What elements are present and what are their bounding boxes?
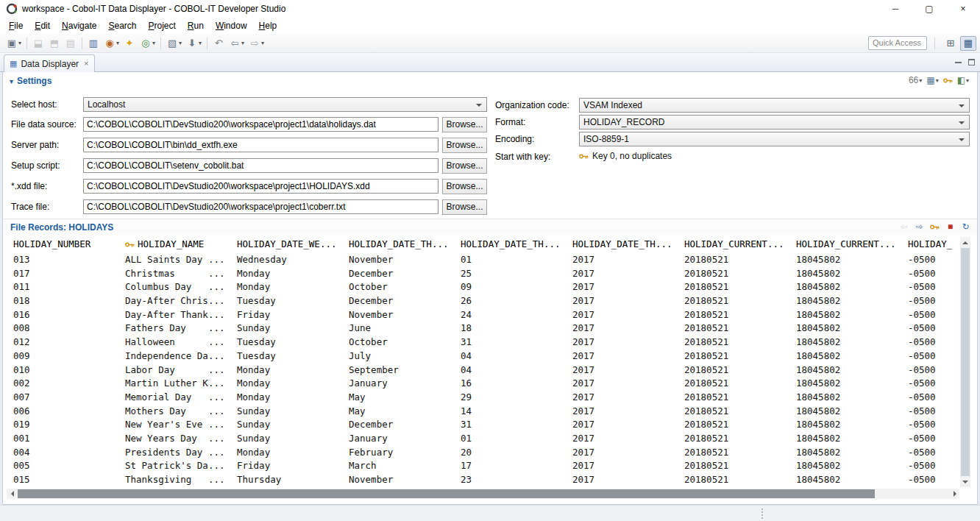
scroll-up-button[interactable]	[960, 237, 970, 247]
record-row[interactable]: 001New Years Day ...SundayJanuary0120172…	[10, 432, 961, 446]
maximize-button[interactable]: ▢	[912, 0, 946, 18]
format-combo[interactable]: HOLIDAY_RECORD	[579, 115, 970, 130]
quick-access-box[interactable]: Quick Access	[868, 36, 927, 50]
record-row[interactable]: 015Thanksgiving ...ThursdayNovember23201…	[10, 473, 961, 487]
encoding-combo[interactable]: ISO-8859-1	[579, 132, 970, 146]
column-header[interactable]: HOLIDAY_DATE_TH...	[458, 237, 569, 252]
menu-search[interactable]: Search	[102, 18, 142, 34]
horizontal-scrollbar[interactable]	[7, 489, 959, 499]
dropdown-arrow-icon[interactable]: ▾	[116, 40, 119, 46]
file-data-source-input[interactable]	[83, 117, 438, 132]
record-row[interactable]: 005St Patrick's Da...FridayMarch17201720…	[10, 459, 961, 473]
run-tools-button[interactable]: ◎▾	[138, 35, 157, 52]
new-cobol-project-button[interactable]: ▧▾	[165, 35, 183, 52]
server-path-input[interactable]	[83, 138, 438, 152]
record-row[interactable]: 008Fathers Day ...SundayJune182017201805…	[10, 322, 961, 336]
column-header[interactable]: HOLIDAY_DATE_TH...	[346, 237, 458, 252]
column-header[interactable]: HOLIDAY_CURRENT...	[793, 237, 905, 252]
new-wizard-button[interactable]: ▣▾	[4, 35, 23, 52]
record-row[interactable]: 007Memorial Day ...MondayMay292017201805…	[10, 391, 961, 405]
save-button[interactable]: ⬓	[31, 35, 46, 52]
scroll-left-button[interactable]	[7, 489, 17, 499]
import-button[interactable]: ⬇▾	[185, 35, 203, 52]
browse-server-path-button[interactable]: Browse...	[442, 138, 487, 153]
dropdown-arrow-icon[interactable]: ▾	[152, 40, 155, 46]
setup-script-input[interactable]	[83, 158, 438, 173]
dropdown-arrow-icon[interactable]: ▾	[261, 40, 264, 46]
minimize-button[interactable]: ─	[878, 0, 912, 18]
record-row[interactable]: 009Independence Da...TuesdayJuly04201720…	[10, 350, 961, 364]
horizontal-scroll-thumb[interactable]	[18, 489, 875, 498]
last-edit-location-button[interactable]: ↶	[211, 35, 226, 52]
print-button[interactable]: ▤	[63, 35, 78, 52]
browse-data-source-button[interactable]: Browse...	[442, 117, 487, 132]
menu-run[interactable]: Run	[182, 18, 210, 34]
dropdown-arrow-icon[interactable]: ▾	[199, 40, 202, 46]
record-row[interactable]: 010Labor Day ...MondaySeptember042017201…	[10, 364, 961, 378]
select-host-combo[interactable]: Localhost	[83, 97, 487, 112]
data-displayer-button[interactable]: ◉▾	[102, 35, 121, 52]
forward-button[interactable]: ⇨▾	[247, 35, 266, 52]
next-record-button[interactable]: ⇨	[913, 221, 926, 233]
column-header[interactable]: HOLIDAY_NAME	[122, 237, 234, 252]
menu-project[interactable]: Project	[142, 18, 181, 34]
scroll-right-button[interactable]	[949, 489, 959, 499]
xdd-file-input[interactable]	[83, 179, 438, 194]
record-row[interactable]: 017Christmas ...MondayDecember2520172018…	[10, 267, 961, 281]
browse-xdd-file-button[interactable]: Browse...	[442, 179, 487, 194]
tab-close-icon[interactable]: ×	[84, 60, 88, 68]
record-row[interactable]: 019New Year's Eve ...SundayDecember31201…	[10, 418, 961, 432]
dropdown-arrow-icon[interactable]: ▾	[241, 40, 244, 46]
view-layout-button[interactable]: ▦▾	[926, 75, 938, 85]
column-header[interactable]: HOLIDAY_	[905, 237, 954, 252]
menu-navigate[interactable]: Navigate	[56, 18, 102, 34]
menu-help[interactable]: Help	[253, 18, 283, 34]
previous-record-button[interactable]: ⇦	[898, 221, 910, 233]
stop-button[interactable]: ■	[944, 221, 956, 233]
column-header[interactable]: HOLIDAY_CURRENT...	[681, 237, 793, 252]
record-row[interactable]: 006Mothers Day ...SundayMay1420172018052…	[10, 405, 961, 419]
menu-file[interactable]: File	[3, 18, 29, 34]
back-button[interactable]: ⇦▾	[227, 35, 246, 52]
record-row[interactable]: 012Halloween ...TuesdayOctober3120172018…	[10, 336, 961, 350]
organization-code-combo[interactable]: VSAM Indexed	[579, 98, 970, 113]
browse-trace-file-button[interactable]: Browse...	[442, 199, 487, 215]
open-perspective-button[interactable]: ⊞	[942, 36, 959, 51]
dropdown-arrow-icon[interactable]: ▾	[936, 77, 939, 84]
trace-file-input[interactable]	[83, 199, 438, 214]
record-row[interactable]: 018Day-After Chris...TuesdayDecember2620…	[10, 294, 961, 308]
column-header[interactable]: HOLIDAY_DATE_WE...	[234, 237, 346, 252]
record-row[interactable]: 013ALL Saints Day ...WednesdayNovember01…	[10, 253, 961, 267]
menu-edit[interactable]: Edit	[29, 18, 56, 34]
scroll-down-button[interactable]	[960, 477, 970, 487]
close-button[interactable]: ×	[946, 0, 980, 18]
console-button[interactable]: ▥	[86, 35, 101, 52]
record-row[interactable]: 004Presidents Day ...MondayFebruary20201…	[10, 446, 961, 460]
record-row[interactable]: 002Martin Luther K...MondayJanuary162017…	[10, 377, 961, 391]
vertical-scroll-thumb[interactable]	[961, 248, 970, 476]
key-select-button[interactable]	[943, 77, 953, 84]
dropdown-arrow-icon[interactable]: ▾	[919, 77, 922, 84]
statusbar-drag-handle[interactable]	[761, 508, 764, 519]
dropdown-arrow-icon[interactable]: ▾	[18, 40, 21, 46]
column-header[interactable]: HOLIDAY_NUMBER	[10, 237, 122, 252]
actions-button[interactable]: ◧▾	[957, 75, 969, 85]
save-all-button[interactable]: ⬒	[47, 35, 62, 52]
data-perspective-button[interactable]: ▦	[960, 36, 976, 51]
minimize-view-icon[interactable]	[955, 61, 962, 63]
vertical-scrollbar[interactable]	[960, 237, 970, 487]
browse-setup-script-button[interactable]: Browse...	[442, 158, 487, 174]
record-row[interactable]: 011Columbus Day ...MondayOctober09201720…	[10, 280, 961, 294]
column-header[interactable]: HOLIDAY_DATE_TH...	[569, 237, 681, 252]
collapse-settings-icon[interactable]: ▾	[10, 77, 13, 85]
key-button[interactable]	[928, 221, 941, 233]
tab-data-displayer[interactable]: ▦ Data Displayer ×	[4, 54, 95, 72]
search-button[interactable]: ✦	[122, 35, 137, 52]
maximize-view-icon[interactable]	[968, 59, 975, 65]
dropdown-arrow-icon[interactable]: ▾	[179, 40, 182, 46]
dropdown-arrow-icon[interactable]: ▾	[966, 77, 969, 84]
menu-window[interactable]: Window	[210, 18, 253, 34]
refresh-button[interactable]: ↻	[959, 221, 972, 233]
display-format-button[interactable]: 66▾	[909, 75, 922, 85]
record-row[interactable]: 016Day-After Thank...FridayNovember24201…	[10, 308, 961, 322]
